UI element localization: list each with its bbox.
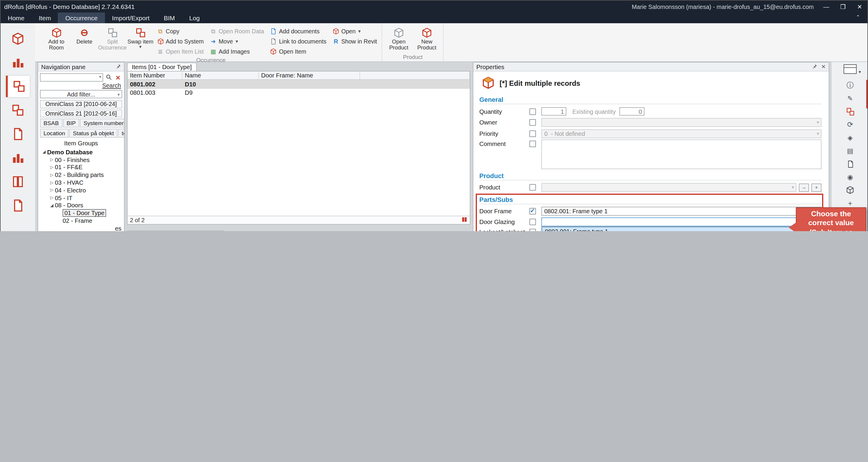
expand-icon[interactable]: ▷ — [49, 157, 55, 162]
expand-icon[interactable]: ▷ — [49, 180, 55, 185]
ribbon-open-room-data-button[interactable]: ⧉Open Room Data — [207, 27, 267, 36]
tree-item-04-electro[interactable]: ▷04 - Electro — [40, 187, 122, 194]
quantity-input[interactable] — [541, 107, 566, 116]
expand-icon[interactable]: ▷ — [49, 173, 55, 177]
column-header-item-number[interactable]: Item Number — [128, 71, 182, 79]
door-frame-dropdown[interactable]: 0802.001: Frame type 1 — [541, 207, 822, 216]
tree-item-demo-database[interactable]: ◢Demo Database — [40, 148, 122, 156]
filter-button-omniclass-21-2012-05-16[interactable]: OmniClass 21 [2012-05-16] — [40, 109, 122, 118]
collapse-icon[interactable]: ◢ — [41, 150, 47, 155]
tree-item-03-hvac[interactable]: ▷03 - HVAC — [40, 179, 122, 187]
owner-dropdown[interactable] — [541, 118, 822, 127]
ribbon-open-item-list-button[interactable]: ≣Open Item List — [154, 47, 206, 56]
nav-tab-system-numbering[interactable]: System numbering — [80, 119, 124, 128]
items-row-0801-002[interactable]: 0801.002D10 — [128, 80, 470, 89]
clear-search-icon[interactable]: ✕ — [114, 74, 122, 81]
tree-item-02-building-parts[interactable]: ▷02 - Building parts — [40, 171, 122, 179]
existing-quantity-input[interactable] — [619, 107, 645, 116]
room-function-icon[interactable] — [6, 52, 30, 73]
ribbon-delete-button[interactable]: ⊖Delete — [70, 25, 98, 56]
open-product-arrow-icon[interactable]: → — [799, 184, 809, 192]
ribbon-new-product-button[interactable]: New Product — [413, 25, 441, 53]
ribbon-add-to-system-button[interactable]: Add to System — [154, 37, 206, 46]
add-filter-dropdown[interactable]: Add filter... ▼ — [40, 90, 122, 98]
menu-tab-occurrence[interactable]: Occurrence — [58, 12, 105, 23]
tree-item-05-it[interactable]: ▷05 - IT — [40, 194, 122, 202]
filter-button-omniclass-23-2010-06-24[interactable]: OmniClass 23 [2010-06-24] — [40, 100, 122, 108]
door-glazing-checkbox[interactable] — [529, 219, 536, 225]
products-icon[interactable] — [6, 99, 30, 121]
view-table-icon[interactable] — [843, 64, 857, 74]
close-icon[interactable]: ✕ — [856, 3, 864, 10]
items-row-0801-003[interactable]: 0801.003D9 — [128, 89, 470, 97]
minimize-icon[interactable]: — — [822, 3, 831, 10]
expand-icon[interactable]: ▷ — [49, 165, 55, 170]
search-link[interactable]: Search — [40, 82, 121, 89]
menu-tab-bim[interactable]: BIM — [157, 12, 182, 23]
search-icon[interactable] — [104, 73, 113, 81]
door-glazing-dropdown[interactable] — [541, 218, 822, 226]
comment-checkbox[interactable] — [529, 140, 536, 147]
documents-icon[interactable] — [6, 123, 30, 145]
priority-checkbox[interactable] — [529, 130, 536, 137]
ribbon-open-button[interactable]: Open▼ — [330, 27, 379, 36]
maximize-icon[interactable]: ❒ — [839, 3, 847, 10]
ribbon-show-in-revit-button[interactable]: RShow in Revit — [330, 37, 379, 46]
quantity-checkbox[interactable] — [529, 108, 536, 115]
collapse-ribbon-icon[interactable]: ⌃ — [848, 12, 867, 23]
expand-icon[interactable]: ▷ — [49, 195, 55, 200]
sync-icon[interactable]: ⟳ — [832, 118, 868, 131]
product-checkbox[interactable] — [529, 185, 536, 191]
ribbon-open-product-button[interactable]: Open Product — [385, 25, 413, 53]
tree-item-es[interactable]: es — [40, 225, 122, 231]
tree-item-01-ff-e[interactable]: ▷01 - FF&E — [40, 164, 122, 171]
info-icon[interactable]: ⓘ — [832, 79, 868, 92]
door-frame-checkbox[interactable] — [529, 208, 536, 215]
expand-icon[interactable]: ▷ — [49, 188, 55, 193]
menu-tab-item[interactable]: Item — [32, 12, 58, 23]
occurrences-icon[interactable] — [6, 76, 30, 97]
search-input[interactable] — [40, 73, 103, 81]
ribbon-add-documents-button[interactable]: Add documents — [268, 27, 329, 36]
pin-icon[interactable] — [812, 63, 817, 70]
menu-tab-home[interactable]: Home — [1, 12, 32, 23]
column-header-name[interactable]: Name — [182, 71, 259, 79]
dropdown-option-0802-001-frame-type-1[interactable]: 0802.001: Frame type 1 — [542, 227, 821, 231]
nav-tab-bip[interactable]: BIP — [63, 119, 79, 128]
close-properties-icon[interactable]: ✕ — [821, 64, 826, 70]
tree-item-01-door-type[interactable]: 01 - Door Type — [40, 209, 122, 217]
ribbon-split-occurrence-button[interactable]: Split Occurrence — [98, 25, 126, 56]
priority-dropdown[interactable]: 0 - Not defined — [541, 129, 822, 138]
rooms-icon[interactable] — [6, 28, 30, 50]
nav-tab-bsab[interactable]: BSAB — [40, 119, 62, 128]
new-product-plus-icon[interactable]: ＋ — [811, 184, 822, 192]
ribbon-swap-item-button[interactable]: Swap item▼ — [126, 25, 154, 56]
image-icon[interactable]: ◉ — [832, 170, 868, 184]
occurrence-list-icon[interactable] — [832, 105, 868, 118]
ribbon-add-images-button[interactable]: ▦Add Images — [207, 47, 267, 56]
chevron-down-icon[interactable]: ▼ — [98, 75, 102, 79]
ribbon-add-to-room-button[interactable]: Add to Room — [42, 25, 70, 56]
finance-icon[interactable] — [6, 147, 30, 169]
owner-checkbox[interactable] — [529, 120, 536, 126]
occurrences-tab[interactable]: Occurrences [0801.002: D10] ✕ — [127, 231, 223, 231]
ribbon-link-to-documents-button[interactable]: Link to documents — [268, 37, 329, 46]
collapse-icon[interactable]: ◢ — [49, 203, 55, 208]
nav-tab-location[interactable]: Location — [40, 129, 69, 138]
classification-icon[interactable]: ◈ — [832, 131, 868, 144]
nav-tab-test[interactable]: test — [118, 129, 124, 138]
pin-icon[interactable] — [116, 63, 121, 70]
menu-tab-log[interactable]: Log — [182, 12, 207, 23]
document-icon[interactable] — [832, 157, 868, 170]
logs-icon[interactable] — [6, 195, 30, 216]
product-dropdown[interactable] — [541, 183, 797, 192]
ribbon-move-button[interactable]: ➜Move▼ — [207, 37, 267, 46]
edit-item-icon[interactable]: ✎ — [832, 92, 868, 105]
tree-item-00-finishes[interactable]: ▷00 - Finishes — [40, 156, 122, 164]
item-book-icon[interactable] — [461, 216, 467, 224]
stacked-items-icon[interactable]: ▤ — [832, 144, 868, 157]
lockset-checkbox[interactable] — [529, 229, 536, 231]
reports-icon[interactable] — [6, 171, 30, 192]
ribbon-copy-button[interactable]: ⧉Copy — [154, 27, 206, 36]
tree-item-08-doors[interactable]: ◢08 - Doors — [40, 202, 122, 209]
